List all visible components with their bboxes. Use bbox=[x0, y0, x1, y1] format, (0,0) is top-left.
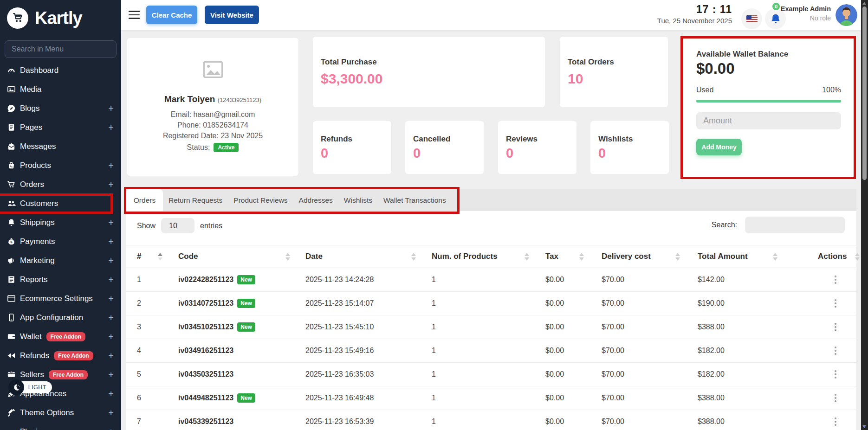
tab-product-reviews[interactable]: Product Reviews bbox=[228, 189, 293, 211]
column-header-tax[interactable]: Tax bbox=[545, 245, 602, 268]
column-header--[interactable]: # bbox=[137, 245, 178, 268]
sidebar-item-label: Pages bbox=[20, 123, 42, 132]
expand-plus-icon[interactable]: + bbox=[108, 350, 114, 361]
user-menu[interactable]: Example Admin No role bbox=[781, 5, 831, 22]
reports-icon bbox=[7, 275, 16, 284]
row-actions-menu[interactable] bbox=[835, 323, 836, 331]
tab-orders[interactable]: Orders bbox=[126, 189, 163, 211]
expand-plus-icon[interactable]: + bbox=[108, 179, 114, 190]
tab-wishlists[interactable]: Wishlists bbox=[338, 189, 378, 211]
stat-label: Reviews bbox=[506, 135, 577, 144]
sidebar-item-media[interactable]: Media bbox=[0, 80, 121, 99]
sidebar-item-label: Messages bbox=[20, 142, 56, 151]
expand-plus-icon[interactable]: + bbox=[108, 388, 114, 399]
sidebar-item-app-configuration[interactable]: App Configuration+ bbox=[0, 308, 121, 327]
expand-plus-icon[interactable]: + bbox=[108, 217, 114, 228]
sidebar-item-payments[interactable]: $Payments+ bbox=[0, 232, 121, 251]
cell-code[interactable]: iv034916251123 bbox=[178, 339, 305, 362]
sort-icon[interactable] bbox=[411, 253, 416, 261]
amount-input[interactable] bbox=[696, 112, 841, 129]
expand-plus-icon[interactable]: + bbox=[108, 312, 114, 323]
sort-icon[interactable] bbox=[579, 253, 584, 261]
column-header-actions[interactable]: Actions bbox=[818, 245, 850, 268]
expand-plus-icon[interactable]: + bbox=[108, 369, 114, 380]
tab-return-requests[interactable]: Return Requests bbox=[163, 189, 228, 211]
theme-toggle[interactable]: LIGHT bbox=[8, 380, 50, 394]
sort-icon[interactable] bbox=[773, 253, 777, 261]
expand-plus-icon[interactable]: + bbox=[108, 103, 114, 114]
sidebar-item-messages[interactable]: Messages bbox=[0, 137, 121, 156]
sidebar-item-blogs[interactable]: Blogs+ bbox=[0, 99, 121, 118]
sort-icon[interactable] bbox=[158, 253, 162, 261]
cell-code[interactable]: iv022428251123New bbox=[178, 268, 305, 291]
sidebar-item-pages[interactable]: Pages+ bbox=[0, 118, 121, 137]
expand-plus-icon[interactable]: + bbox=[108, 160, 114, 171]
row-actions-menu[interactable] bbox=[835, 299, 836, 308]
page-size-input[interactable] bbox=[161, 218, 194, 233]
row-actions-menu[interactable] bbox=[835, 370, 836, 379]
sidebar-item-label: Dashboard bbox=[20, 66, 58, 75]
sidebar-item-orders[interactable]: Orders+ bbox=[0, 175, 121, 194]
scrollbar-thumb[interactable] bbox=[862, 6, 867, 180]
sort-icon[interactable] bbox=[525, 253, 529, 261]
hamburger-menu-icon[interactable] bbox=[129, 11, 140, 21]
sidebar-item-wallet[interactable]: WalletFree Addon+ bbox=[0, 327, 121, 346]
app-icon bbox=[7, 313, 16, 322]
row-actions-menu[interactable] bbox=[835, 417, 836, 426]
sidebar-item-marketing[interactable]: Marketing+ bbox=[0, 251, 121, 270]
table-body: 1iv022428251123New2025-11-23 14:24:281$0… bbox=[126, 268, 856, 430]
sidebar-search-input[interactable] bbox=[5, 40, 117, 58]
scrollbar[interactable] bbox=[861, 0, 868, 430]
expand-plus-icon[interactable]: + bbox=[108, 236, 114, 247]
sidebar-item-reports[interactable]: Reports+ bbox=[0, 270, 121, 289]
row-actions-menu[interactable] bbox=[835, 276, 836, 284]
wallet-balance: $0.00 bbox=[696, 60, 841, 77]
sidebar-item-products[interactable]: Products+ bbox=[0, 156, 121, 175]
cell-code[interactable]: iv034510251123New bbox=[178, 315, 305, 339]
table-search-input[interactable] bbox=[745, 217, 845, 233]
row-actions-menu[interactable] bbox=[835, 347, 836, 355]
column-header-date[interactable]: Date bbox=[305, 245, 432, 268]
sidebar-item-dashboard[interactable]: Dashboard bbox=[0, 61, 121, 80]
expand-plus-icon[interactable]: + bbox=[108, 274, 114, 285]
sellers-icon bbox=[7, 370, 16, 379]
sidebar-item-customers[interactable]: Customers bbox=[0, 194, 121, 213]
expand-plus-icon[interactable]: + bbox=[108, 293, 114, 304]
sidebar-item-label: Orders bbox=[20, 180, 44, 189]
row-actions-menu[interactable] bbox=[835, 394, 836, 402]
sidebar-item-label: App Configuration bbox=[20, 313, 83, 322]
column-header-code[interactable]: Code bbox=[178, 245, 305, 268]
column-header-num-of-products[interactable]: Num. of Products bbox=[432, 245, 545, 268]
avatar[interactable] bbox=[836, 4, 857, 26]
language-flag-button[interactable] bbox=[741, 8, 762, 29]
clear-cache-button[interactable]: Clear Cache bbox=[146, 6, 197, 24]
sidebar-item-theme-options[interactable]: Theme Options+ bbox=[0, 403, 121, 422]
sort-icon[interactable] bbox=[675, 253, 680, 261]
cell-code[interactable]: iv031407251123New bbox=[178, 292, 305, 315]
add-money-button[interactable]: Add Money bbox=[696, 139, 742, 155]
column-header-total-amount[interactable]: Total Amount bbox=[698, 245, 818, 268]
sidebar-item-shippings[interactable]: Shippings+ bbox=[0, 213, 121, 232]
brand-logo[interactable]: Kartly bbox=[7, 7, 82, 29]
sidebar-item-refunds[interactable]: RefundsFree Addon+ bbox=[0, 346, 121, 365]
scroll-down-arrow[interactable] bbox=[862, 425, 866, 428]
scroll-up-arrow[interactable] bbox=[862, 2, 866, 5]
cell-code[interactable]: iv043503251123 bbox=[178, 363, 305, 386]
sort-icon[interactable] bbox=[285, 253, 290, 261]
sidebar-item-plugins[interactable]: {#}Plugins+ bbox=[0, 422, 121, 430]
sort-icon[interactable] bbox=[855, 253, 860, 261]
orders-panel: Show entries Search: #CodeDateNum. of Pr… bbox=[126, 211, 856, 430]
cell-code[interactable]: iv045339251123 bbox=[178, 410, 305, 430]
expand-plus-icon[interactable]: + bbox=[108, 331, 114, 342]
visit-website-button[interactable]: Visit Website bbox=[205, 6, 259, 24]
tab-addresses[interactable]: Addresses bbox=[293, 189, 338, 211]
expand-plus-icon[interactable]: + bbox=[108, 426, 114, 430]
expand-plus-icon[interactable]: + bbox=[108, 407, 114, 418]
order-row: 2iv031407251123New2025-11-23 15:14:071$0… bbox=[126, 292, 856, 315]
expand-plus-icon[interactable]: + bbox=[108, 122, 114, 133]
cell-code[interactable]: iv044948251123New bbox=[178, 386, 305, 410]
expand-plus-icon[interactable]: + bbox=[108, 255, 114, 266]
sidebar-item-ecommerce-settings[interactable]: Ecommerce Settings+ bbox=[0, 289, 121, 308]
tab-wallet-transactions[interactable]: Wallet Transactions bbox=[378, 189, 452, 211]
column-header-delivery-cost[interactable]: Delivery cost bbox=[602, 245, 698, 268]
